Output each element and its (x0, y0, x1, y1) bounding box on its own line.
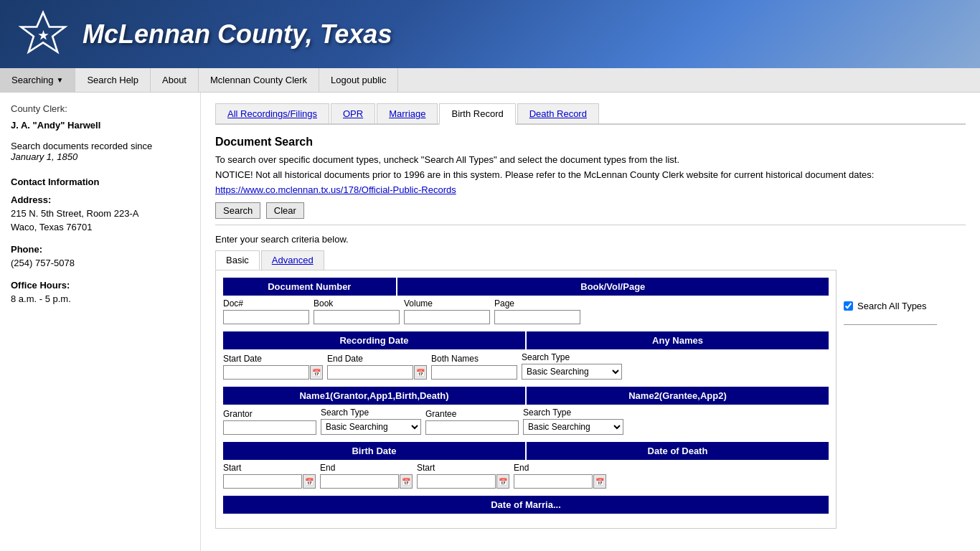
doc-num-group: Doc# (223, 298, 309, 324)
marriage-section: Date of Marria... (223, 496, 829, 514)
site-title: McLennan County, Texas (83, 19, 392, 50)
search-docs-label: Search documents recorded since January … (11, 141, 189, 162)
both-names-group: Both Names (431, 354, 517, 380)
divider (215, 225, 966, 225)
clear-button[interactable]: Clear (266, 202, 304, 219)
search-all-label[interactable]: Search All Types (857, 301, 927, 311)
phone-label: Phone: (11, 244, 189, 255)
doc-number-header: Document Number (223, 278, 396, 296)
death-start-cal-btn[interactable]: 📅 (496, 474, 509, 489)
grantee-search-type-select[interactable]: Basic Searching Exact Match Starts With (523, 419, 623, 435)
recording-date-header: Recording Date (223, 331, 525, 349)
search-criteria-label: Enter your search criteria below. (215, 234, 966, 245)
birth-end-label: End (320, 463, 413, 473)
volume-input[interactable] (404, 310, 490, 324)
death-start-input-group: 📅 (417, 474, 509, 489)
dates-fields: Start 📅 End 📅 (223, 463, 829, 489)
phone-number: (254) 757-5078 (11, 258, 189, 268)
tab-all-recordings[interactable]: All Recordings/Filings (215, 103, 329, 123)
address-city: Waco, Texas 76701 (11, 222, 189, 232)
birth-start-input[interactable] (223, 474, 302, 489)
birth-end-input-group: 📅 (320, 474, 413, 489)
tab-birth-record[interactable]: Birth Record (439, 103, 515, 125)
grantor-label: Grantor (223, 409, 316, 419)
search-type-select[interactable]: Basic Searching Exact Match Starts With (522, 364, 622, 380)
start-date-cal-btn[interactable]: 📅 (310, 365, 323, 380)
search-type-label: Search Type (522, 352, 622, 362)
book-input[interactable] (314, 310, 400, 324)
doc-num-label: Doc# (223, 298, 309, 309)
birth-end-cal-btn[interactable]: 📅 (400, 474, 413, 489)
search-all-checkbox[interactable] (844, 301, 853, 311)
start-date-input[interactable] (223, 365, 309, 380)
address-line1: 215 N. 5th Street, Room 223-A (11, 208, 189, 219)
both-names-input[interactable] (431, 365, 517, 380)
address-label: Address: (11, 194, 189, 205)
county-clerk-name: J. A. "Andy" Harwell (11, 120, 189, 131)
nav-search-help[interactable]: Search Help (75, 68, 151, 92)
contact-label: Contact Information (11, 176, 189, 187)
end-date-cal-btn[interactable]: 📅 (414, 365, 427, 380)
doc-search-link[interactable]: https://www.co.mclennan.tx.us/178/Offici… (215, 184, 966, 195)
record-tabs: All Recordings/Filings OPR Marriage Birt… (215, 103, 966, 125)
page-input[interactable] (494, 310, 580, 324)
birth-start-cal-btn[interactable]: 📅 (303, 474, 316, 489)
grantee-search-type-group: Search Type Basic Searching Exact Match … (523, 408, 623, 435)
header-logo: ★ (14, 6, 72, 63)
grantee-input[interactable] (425, 420, 519, 435)
both-names-label: Both Names (431, 354, 517, 364)
name1-header: Name1(Grantor,App1,Birth,Death) (223, 387, 525, 405)
birth-end-group: End 📅 (320, 463, 413, 489)
death-start-label: Start (417, 463, 509, 473)
grantor-input[interactable] (223, 420, 316, 435)
death-end-input-group: 📅 (514, 474, 606, 489)
grantor-search-type-group: Search Type Basic Searching Exact Match … (321, 408, 421, 435)
book-group: Book (314, 298, 400, 324)
office-hours-label: Office Hours: (11, 280, 189, 291)
nav-searching[interactable]: Searching ▼ (0, 68, 75, 92)
form-area: Basic Advanced Document Number Book/Vol/… (215, 250, 837, 529)
svg-text:★: ★ (38, 29, 49, 42)
doc-number-fields: Doc# Book Volume (223, 298, 829, 324)
page-group: Page (494, 298, 580, 324)
tab-advanced[interactable]: Advanced (261, 250, 324, 270)
nav-logout[interactable]: Logout public (319, 68, 398, 92)
doc-search-description: To search over specific document types, … (215, 154, 966, 165)
county-clerk-label: County Clerk: (11, 103, 189, 114)
book-vol-page-header: Book/Vol/Page (397, 278, 829, 296)
death-start-group: Start 📅 (417, 463, 509, 489)
main-layout: County Clerk: J. A. "Andy" Harwell Searc… (0, 93, 980, 551)
birth-end-input[interactable] (320, 474, 399, 489)
search-docs-date: January 1, 1850 (11, 151, 77, 162)
tab-marriage[interactable]: Marriage (377, 103, 438, 123)
nav-county-clerk[interactable]: Mclennan County Clerk (199, 68, 319, 92)
death-end-input[interactable] (514, 474, 593, 489)
right-panel: Search All Types (837, 250, 966, 529)
tab-basic[interactable]: Basic (215, 250, 260, 270)
nav-about[interactable]: About (151, 68, 199, 92)
recording-date-fields: Start Date 📅 End Date 📅 (223, 352, 829, 380)
death-end-label: End (514, 463, 606, 473)
end-date-input[interactable] (327, 365, 413, 380)
birth-start-input-group: 📅 (223, 474, 316, 489)
search-all-types-container: Search All Types (837, 293, 966, 319)
volume-group: Volume (404, 298, 490, 324)
book-label: Book (314, 298, 400, 309)
birth-start-group: Start 📅 (223, 463, 316, 489)
doc-num-input[interactable] (223, 310, 309, 324)
grantor-group: Grantor (223, 409, 316, 435)
date-death-header: Date of Death (527, 442, 829, 460)
tab-death-record[interactable]: Death Record (517, 103, 599, 123)
death-start-input[interactable] (417, 474, 496, 489)
recording-date-section: Recording Date Any Names Start Date (223, 331, 829, 380)
grantee-label: Grantee (425, 409, 519, 419)
page-label: Page (494, 298, 580, 309)
search-button[interactable]: Search (215, 202, 260, 219)
tab-opr[interactable]: OPR (331, 103, 375, 123)
search-buttons: Search Clear (215, 202, 966, 219)
search-form: Document Number Book/Vol/Page Doc# (215, 270, 837, 529)
dates-section: Birth Date Date of Death Start (223, 442, 829, 489)
death-end-cal-btn[interactable]: 📅 (593, 474, 606, 489)
any-names-header: Any Names (527, 331, 829, 349)
grantor-search-type-select[interactable]: Basic Searching Exact Match Starts With (321, 419, 421, 435)
